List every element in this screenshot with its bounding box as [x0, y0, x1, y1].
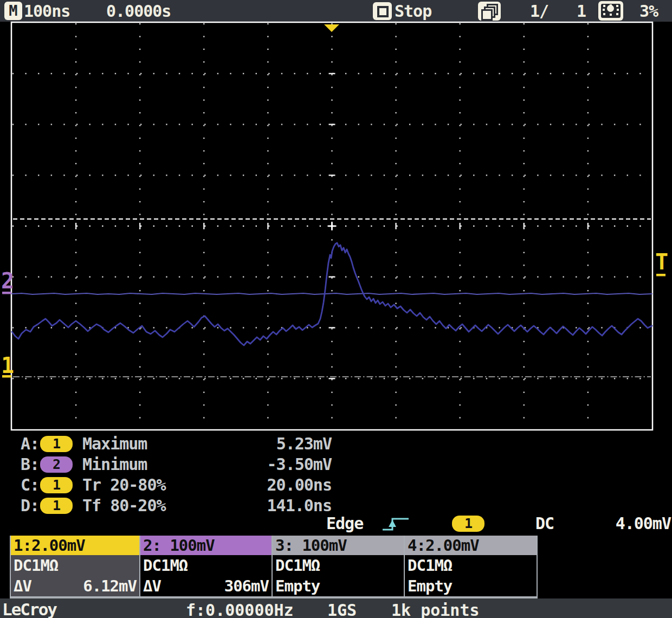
bottom-status-bar: LeCroy f:0.00000Hz 1GS 1k points: [0, 598, 672, 618]
meas-label: C:: [21, 477, 39, 494]
trigger-frequency-readout: f:0.00000Hz: [186, 601, 294, 618]
channel-param-value: 6.12mV: [83, 577, 137, 595]
channel-param-label: Empty: [275, 577, 320, 595]
meas-label: D:: [21, 497, 39, 514]
channel-3-box[interactable]: 3: 100mV DC1MΩ Empty: [273, 536, 404, 597]
oscilloscope-screen: M 100ns 0.0000s Stop 1/ 1 3% 21T A: 1 Ma…: [0, 0, 672, 618]
channel-1-body: DC1MΩ ΔV 6.12mV: [11, 555, 139, 596]
lecroy-logo: LeCroy: [2, 600, 60, 618]
meas-value: 141.0ns: [222, 497, 332, 514]
meas-label: B:: [21, 456, 39, 473]
meas-value: 20.00ns: [222, 477, 332, 494]
channel-2-box[interactable]: 2: 100mV DC1MΩ ΔV 306mV: [140, 536, 272, 597]
meas-name: Maximum: [82, 435, 147, 453]
channel-param-label: ΔV: [143, 577, 161, 595]
rising-edge-icon: [380, 515, 412, 532]
measurement-row-c: C: 1 Tr 20-80% 20.00ns: [0, 477, 347, 495]
channel-3-body: DC1MΩ Empty: [273, 555, 404, 596]
channel-param-label: ΔV: [14, 577, 31, 595]
measurement-row-b: B: 2 Minimum -3.50mV: [0, 456, 347, 474]
channel-coupling: DC1MΩ: [14, 556, 58, 575]
channel-4-header[interactable]: 4:2.00mV: [405, 536, 537, 555]
channel-coupling: DC1MΩ: [408, 556, 452, 575]
meas-name: Minimum: [82, 456, 147, 473]
channel-param-label: Empty: [408, 577, 452, 595]
meas-name: Tr 20-80%: [82, 477, 166, 494]
meas-value: -3.50mV: [222, 456, 332, 473]
trigger-summary-row: Edge 1 DC 4.00mV: [0, 515, 672, 533]
channel-4-box[interactable]: 4:2.00mV DC1MΩ Empty: [405, 536, 537, 597]
channel-4-body: DC1MΩ Empty: [405, 555, 537, 596]
meas-value: 5.23mV: [222, 435, 332, 453]
channel-2-header[interactable]: 2: 100mV: [140, 536, 272, 555]
meas-source-badge: 1: [40, 477, 73, 493]
measurement-row-a: A: 1 Maximum 5.23mV: [0, 435, 347, 454]
sample-rate-readout: 1GS: [327, 601, 357, 618]
trigger-coupling: DC: [535, 515, 554, 532]
meas-label: A:: [21, 435, 39, 453]
trigger-level: 4.00mV: [569, 515, 671, 532]
trigger-source-badge: 1: [452, 516, 484, 532]
meas-source-badge: 2: [40, 456, 73, 473]
svg-text:1: 1: [1, 353, 14, 378]
trigger-type: Edge: [326, 515, 363, 532]
svg-text:2: 2: [1, 268, 14, 293]
record-length-readout: 1k points: [391, 601, 480, 618]
channel-1-box[interactable]: 1:2.00mV DC1MΩ ΔV 6.12mV: [11, 536, 139, 597]
meas-source-badge: 1: [40, 436, 73, 452]
measurement-row-d: D: 1 Tf 80-20% 141.0ns: [0, 497, 347, 516]
channel-param-value: 306mV: [224, 577, 269, 595]
meas-name: Tf 80-20%: [82, 497, 166, 514]
meas-source-badge: 1: [40, 498, 73, 514]
svg-text:T: T: [655, 249, 668, 274]
channel-1-header[interactable]: 1:2.00mV: [11, 536, 139, 555]
channel-coupling: DC1MΩ: [275, 556, 320, 575]
channel-box-backdrop: 1:2.00mV DC1MΩ ΔV 6.12mV 2: 100mV DC1MΩ …: [10, 536, 538, 598]
channel-3-header[interactable]: 3: 100mV: [273, 536, 404, 555]
channel-coupling: DC1MΩ: [143, 556, 188, 575]
channel-2-body: DC1MΩ ΔV 306mV: [140, 555, 272, 596]
